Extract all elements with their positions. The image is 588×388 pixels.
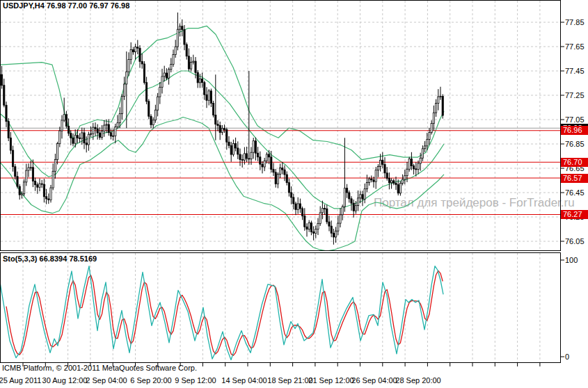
chart-canvas[interactable] — [0, 0, 588, 388]
stochastic-layer — [0, 266, 443, 360]
price-axis-label: 76.05 — [565, 237, 585, 246]
bollinger-upper-line — [0, 26, 444, 159]
time-axis-label: 9 Sep 12:00 — [175, 376, 216, 385]
price-axis-label: 76.85 — [565, 140, 585, 149]
copyright-text: ICMB Platform, © 2001-2011 MetaQuotes So… — [2, 364, 197, 373]
time-axis-label: 28 Sep 20:00 — [395, 376, 440, 385]
time-axis-label: 21 Sep 12:00 — [308, 376, 353, 385]
bollinger-lower-line — [0, 118, 444, 252]
chart-symbol-title: USDJPY,H4 76.98 77.00 76.97 76.98 — [3, 1, 129, 10]
price-axis-label: 77.25 — [565, 91, 585, 100]
time-axis-label: 14 Sep 04:00 — [221, 376, 267, 385]
stochastic-signal-line — [6, 270, 443, 355]
bollinger-middle-line — [0, 71, 444, 209]
time-axis-label: 6 Sep 20:00 — [130, 376, 171, 385]
time-axis-label: 30 Aug 12:00 — [42, 376, 88, 385]
price-axis-label: 77.45 — [565, 67, 585, 76]
hline-price-tag[interactable]: 76.27 — [561, 210, 588, 219]
price-axis-label: 76.45 — [565, 188, 585, 197]
chart-window: Портал для трейдеров - ForTrader.ru USDJ… — [0, 0, 588, 388]
time-axis-label: 2 Sep 04:00 — [86, 376, 127, 385]
hline-price-tag[interactable]: 76.96 — [561, 126, 588, 135]
hline-price-tag[interactable]: 76.70 — [561, 158, 588, 167]
price-axis-label: 77.65 — [565, 42, 585, 51]
time-axis-label: 26 Sep 04:00 — [351, 376, 397, 385]
price-axis-label: 77.85 — [565, 18, 585, 27]
hline-price-tag[interactable]: 76.57 — [561, 174, 588, 183]
bollinger-bands-layer — [0, 26, 444, 251]
stochastic-main-line — [0, 266, 443, 360]
indicator-title: Sto(5,3,3) 66.8394 78.5169 — [3, 254, 97, 264]
indicator-axis-label: 0 — [565, 353, 569, 362]
indicator-axis-label: 100 — [565, 256, 578, 265]
time-axis-label: 18 Sep 21:00 — [267, 376, 312, 385]
time-axis-label: 25 Aug 2011 — [0, 376, 41, 385]
